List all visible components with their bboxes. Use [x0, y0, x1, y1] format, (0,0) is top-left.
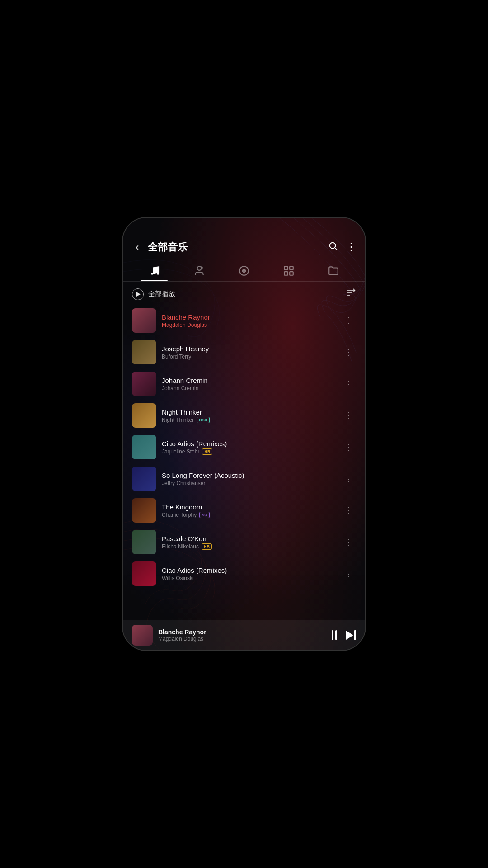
header-icons: ⋮ — [328, 241, 356, 254]
song-more-button[interactable]: ⋮ — [341, 377, 356, 391]
song-item[interactable]: Johann Cremin Johann Cremin ⋮ — [123, 368, 365, 400]
song-thumbnail — [132, 561, 156, 586]
song-thumbnail — [132, 467, 156, 491]
song-thumbnail — [132, 340, 156, 364]
tab-folders[interactable] — [311, 260, 356, 281]
song-artist: Willis Osinski — [162, 575, 194, 581]
song-artist: Elisha Nikolaus — [162, 543, 199, 550]
playback-controls — [332, 630, 356, 640]
svg-point-2 — [197, 266, 201, 270]
quality-badge: SQ — [199, 512, 210, 518]
song-info: Blanche Raynor Magdalen Douglas — [162, 313, 335, 328]
now-playing-info: Blanche Raynor Magdalen Douglas — [158, 628, 326, 642]
play-all-button[interactable] — [132, 288, 144, 300]
svg-rect-7 — [290, 266, 293, 270]
song-info: Ciao Adios (Remixes) Jaqueline Stehr HR — [162, 440, 335, 455]
song-meta: Charlie Torphy SQ — [162, 512, 335, 518]
song-meta: Magdalen Douglas — [162, 322, 335, 328]
song-title: The Kingdom — [162, 503, 335, 511]
song-more-button[interactable]: ⋮ — [341, 567, 356, 580]
song-item[interactable]: Joseph Heaney Buford Terry ⋮ — [123, 336, 365, 368]
song-thumbnail — [132, 435, 156, 459]
next-button[interactable] — [346, 630, 356, 640]
song-artist: Jaqueline Stehr — [162, 448, 199, 455]
song-item[interactable]: The Kingdom Charlie Torphy SQ ⋮ — [123, 495, 365, 526]
song-thumbnail — [132, 308, 156, 333]
song-more-button[interactable]: ⋮ — [341, 345, 356, 359]
song-meta: Buford Terry — [162, 354, 335, 360]
quality-badge: HR — [202, 448, 212, 455]
song-meta: Johann Cremin — [162, 385, 335, 392]
svg-rect-6 — [284, 266, 288, 270]
song-meta: Elisha Nikolaus HR — [162, 543, 335, 550]
song-info: Ciao Adios (Remixes) Willis Osinski — [162, 566, 335, 581]
sort-icon[interactable] — [346, 288, 356, 300]
song-title: Joseph Heaney — [162, 345, 335, 353]
song-more-button[interactable]: ⋮ — [341, 440, 356, 454]
quality-badge: HR — [202, 543, 212, 550]
song-title: Night Thinker — [162, 408, 335, 416]
song-title: Johann Cremin — [162, 377, 335, 384]
app-header: ‹ 全部音乐 ⋮ — [123, 218, 365, 260]
pause-button[interactable] — [332, 630, 337, 640]
play-all-bar: 全部播放 — [123, 283, 365, 305]
song-item[interactable]: Pascale O'Kon Elisha Nikolaus HR ⋮ — [123, 526, 365, 558]
song-item[interactable]: Ciao Adios (Remixes) Jaqueline Stehr HR … — [123, 431, 365, 463]
svg-point-5 — [244, 270, 244, 271]
song-item[interactable]: Ciao Adios (Remixes) Willis Osinski ⋮ — [123, 558, 365, 590]
tab-artists[interactable] — [177, 260, 221, 281]
song-more-button[interactable]: ⋮ — [341, 504, 356, 517]
song-thumbnail — [132, 372, 156, 396]
now-playing-artist: Magdalen Douglas — [158, 636, 326, 642]
song-title: Ciao Adios (Remixes) — [162, 440, 335, 448]
song-info: Joseph Heaney Buford Terry — [162, 345, 335, 360]
song-item[interactable]: Blanche Raynor Magdalen Douglas ⋮ — [123, 305, 365, 336]
song-artist: Night Thinker — [162, 417, 194, 423]
tab-songs[interactable] — [132, 260, 177, 281]
song-more-button[interactable]: ⋮ — [341, 314, 356, 327]
back-button[interactable]: ‹ — [132, 240, 142, 255]
song-title: Blanche Raynor — [162, 313, 335, 321]
song-thumbnail — [132, 498, 156, 523]
song-artist: Charlie Torphy — [162, 512, 197, 518]
song-info: Night Thinker Night Thinker DSD — [162, 408, 335, 423]
song-more-button[interactable]: ⋮ — [341, 472, 356, 486]
now-playing-bar[interactable]: Blanche Raynor Magdalen Douglas — [123, 620, 365, 650]
more-options-icon[interactable]: ⋮ — [346, 241, 356, 254]
song-info: So Long Forever (Acoustic) Jeffry Christ… — [162, 472, 335, 486]
song-title: Pascale O'Kon — [162, 535, 335, 542]
song-meta: Willis Osinski — [162, 575, 335, 581]
song-title: So Long Forever (Acoustic) — [162, 472, 335, 479]
search-icon[interactable] — [328, 241, 338, 254]
tab-albums[interactable] — [221, 260, 266, 281]
now-playing-title: Blanche Raynor — [158, 628, 326, 636]
svg-line-1 — [335, 248, 337, 250]
song-meta: Jeffry Christiansen — [162, 480, 335, 486]
song-info: Pascale O'Kon Elisha Nikolaus HR — [162, 535, 335, 550]
song-list: Blanche Raynor Magdalen Douglas ⋮ Joseph… — [123, 305, 365, 620]
quality-badge: DSD — [197, 417, 210, 423]
song-more-button[interactable]: ⋮ — [341, 535, 356, 549]
song-thumbnail — [132, 403, 156, 428]
tab-bar — [123, 260, 365, 282]
song-meta: Night Thinker DSD — [162, 417, 335, 423]
svg-point-0 — [330, 243, 336, 249]
svg-rect-9 — [290, 272, 293, 275]
song-thumbnail — [132, 530, 156, 554]
page-title: 全部音乐 — [148, 241, 323, 254]
song-item[interactable]: Night Thinker Night Thinker DSD ⋮ — [123, 400, 365, 431]
play-all-label: 全部播放 — [148, 290, 342, 298]
song-artist: Magdalen Douglas — [162, 322, 207, 328]
song-info: The Kingdom Charlie Torphy SQ — [162, 503, 335, 518]
song-info: Johann Cremin Johann Cremin — [162, 377, 335, 392]
song-meta: Jaqueline Stehr HR — [162, 448, 335, 455]
song-more-button[interactable]: ⋮ — [341, 409, 356, 422]
svg-rect-8 — [284, 272, 288, 275]
song-artist: Buford Terry — [162, 354, 191, 360]
song-artist: Johann Cremin — [162, 385, 198, 392]
tab-playlists[interactable] — [267, 260, 311, 281]
song-title: Ciao Adios (Remixes) — [162, 566, 335, 574]
song-artist: Jeffry Christiansen — [162, 480, 206, 486]
now-playing-thumbnail — [132, 625, 153, 646]
song-item[interactable]: So Long Forever (Acoustic) Jeffry Christ… — [123, 463, 365, 495]
